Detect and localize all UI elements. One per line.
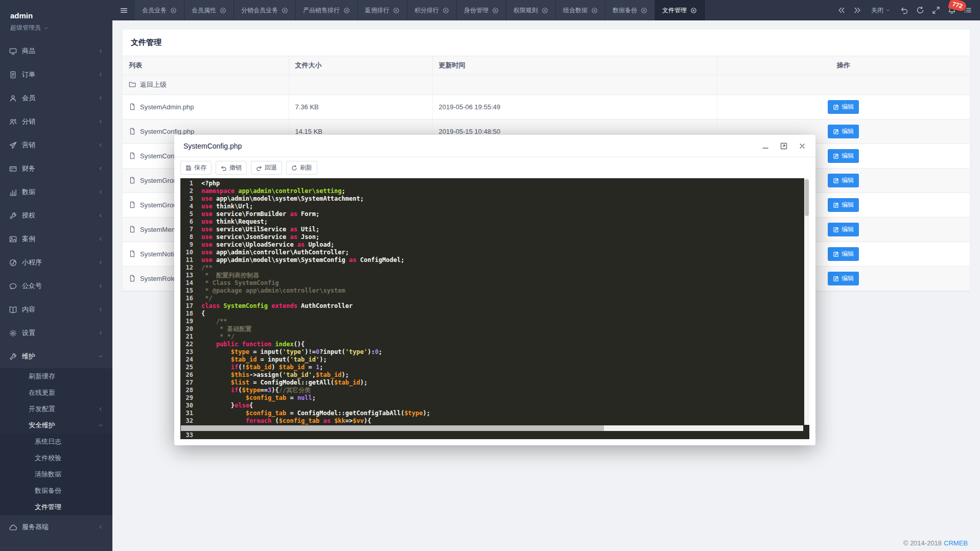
sidebar-item-data-backup[interactable]: 数据备份 (0, 483, 112, 499)
tab-close-icon[interactable] (393, 7, 400, 14)
sidebar-item-dev-config[interactable]: 开发配置 (0, 401, 112, 417)
chevron-down-icon (98, 354, 103, 359)
edit-button[interactable]: 编辑 (828, 125, 859, 138)
line-number: 7 (180, 226, 193, 233)
data-icon (9, 188, 17, 196)
tabs-scroll-left-button[interactable] (837, 6, 846, 14)
sidebar-item-content[interactable]: 内容 (0, 298, 112, 321)
sidebar-item-orders[interactable]: 订单 (0, 63, 112, 86)
line-number: 4 (180, 203, 193, 210)
edit-button[interactable]: 编辑 (828, 223, 859, 236)
sidebar-item-label: 文件校验 (35, 453, 61, 463)
sidebar-item-data[interactable]: 数据 (0, 180, 112, 204)
code-line: $config_tab = ConfigModel::getConfigTabA… (201, 410, 809, 417)
edit-button[interactable]: 编辑 (828, 198, 859, 212)
undo-button[interactable]: 撤销 (216, 161, 247, 175)
brand-link[interactable]: CRMEB (944, 539, 968, 547)
tab-points-rank[interactable]: 积分排行 (407, 0, 457, 20)
close-button[interactable] (798, 142, 806, 150)
tab-close-icon[interactable] (220, 7, 226, 14)
sidebar-item-goods[interactable]: 商品 (0, 39, 112, 63)
tab-close-icon[interactable] (442, 7, 449, 14)
tab-dist-member-business[interactable]: 分销会员业务 (234, 0, 296, 20)
column-header-0: 列表 (123, 56, 289, 75)
user-role-dropdown[interactable]: 超级管理员 (10, 23, 102, 32)
tab-data-backup[interactable]: 数据备份 (605, 0, 655, 20)
undo-icon (221, 165, 227, 171)
tab-close-icon[interactable] (282, 7, 288, 14)
vertical-scrollbar[interactable] (804, 178, 809, 425)
close-tabs-dropdown[interactable]: 关闭 (871, 6, 891, 15)
notifications-button[interactable]: 772 (948, 6, 956, 14)
edit-button[interactable]: 编辑 (828, 272, 859, 285)
sidebar-item-marketing[interactable]: 营销 (0, 133, 112, 157)
tab-combined-data[interactable]: 组合数据 (556, 0, 605, 20)
file-name: SystemAdmin.php (140, 103, 194, 111)
tab-close-icon[interactable] (343, 7, 350, 14)
tab-close-icon[interactable] (591, 7, 598, 14)
chevron-down-icon (98, 423, 103, 428)
sidebar-item-authorization[interactable]: 授权 (0, 204, 112, 227)
code-line: use app\admin\controller\AuthController; (201, 249, 809, 256)
sidebar-item-file-verify[interactable]: 文件校验 (0, 450, 112, 466)
parent-dir-row[interactable]: 返回上级 (123, 75, 970, 95)
sidebar-item-finance[interactable]: 财务 (0, 157, 112, 180)
horizontal-scrollbar-thumb[interactable] (181, 425, 604, 431)
sidebar-item-settings[interactable]: 设置 (0, 321, 112, 345)
rollback-button[interactable]: 回退 (251, 161, 282, 175)
tab-permission-rules[interactable]: 权限规则 (506, 0, 556, 20)
tab-close-icon[interactable] (690, 7, 697, 14)
sidebar-item-cases[interactable]: 案例 (0, 227, 112, 251)
edit-button[interactable]: 编辑 (828, 100, 859, 114)
sidebar-item-label: 安全维护 (29, 421, 55, 430)
sidebar-item-online-update[interactable]: 在线更新 (0, 385, 112, 401)
edit-button[interactable]: 编辑 (828, 174, 859, 187)
sidebar-item-refresh-cache[interactable]: 刷新缓存 (0, 368, 112, 385)
sidebar-item-label: 公众号 (22, 281, 42, 291)
sidebar: admin 超级管理员 商品订单会员分销营销财务数据授权案例小程序公众号内容设置… (0, 0, 112, 551)
fullscreen-button[interactable] (932, 6, 940, 14)
edit-icon (833, 251, 839, 257)
vertical-scrollbar-thumb[interactable] (805, 179, 809, 216)
minimize-button[interactable] (761, 142, 769, 150)
line-number: 20 (180, 325, 193, 333)
sidebar-item-miniprogram[interactable]: 小程序 (0, 251, 112, 274)
sidebar-item-system-log[interactable]: 系统日志 (0, 434, 112, 450)
tab-product-sales-rank[interactable]: 产品销售排行 (296, 0, 358, 20)
tab-identity-manage[interactable]: 身份管理 (457, 0, 506, 20)
refresh-button[interactable]: 刷新 (286, 161, 317, 175)
save-button[interactable]: 保存 (180, 161, 212, 175)
horizontal-scrollbar[interactable] (181, 425, 803, 431)
sidebar-item-clear-data[interactable]: 清除数据 (0, 466, 112, 483)
tabs-scroll-right-button[interactable] (853, 6, 861, 14)
sidebar-item-members[interactable]: 会员 (0, 86, 112, 110)
tab-member-attr[interactable]: 会员属性 (184, 0, 234, 20)
tab-file-manage[interactable]: 文件管理 (655, 0, 705, 20)
tab-close-icon[interactable] (641, 7, 647, 14)
sidebar-item-distribution[interactable]: 分销 (0, 110, 112, 133)
refresh-button[interactable] (916, 6, 924, 14)
tab-close-icon[interactable] (492, 7, 499, 14)
tab-close-icon[interactable] (170, 7, 177, 14)
sidebar-item-label: 会员 (22, 93, 35, 103)
code-line: use app\admin\model\system\SystemAttachm… (201, 195, 809, 203)
line-number: 21 (180, 333, 193, 341)
undo-icon (900, 6, 908, 14)
sidebar-item-maintenance[interactable]: 维护 (0, 345, 112, 368)
sidebar-item-file-manage[interactable]: 文件管理 (0, 499, 112, 515)
edit-button[interactable]: 编辑 (828, 247, 859, 261)
code-line: use service\FormBuilder as Form; (201, 210, 809, 218)
code-editor[interactable]: 1234567891011121314151617181920212223242… (180, 178, 809, 439)
line-number: 24 (180, 356, 193, 364)
sidebar-item-official-account[interactable]: 公众号 (0, 274, 112, 298)
maximize-button[interactable] (780, 142, 788, 150)
sidebar-item-server[interactable]: 服务器端 (0, 515, 112, 539)
tab-member-business[interactable]: 会员业务 (135, 0, 184, 20)
code-line: $list = ConfigModel::getAll($tab_id); (201, 379, 809, 387)
tab-rebate-rank[interactable]: 返佣排行 (358, 0, 407, 20)
sidebar-item-security-maintenance[interactable]: 安全维护 (0, 417, 112, 434)
undo-button[interactable] (900, 6, 908, 14)
hamburger-menu-button[interactable] (112, 0, 135, 20)
tab-close-icon[interactable] (542, 7, 548, 14)
edit-button[interactable]: 编辑 (828, 149, 859, 163)
